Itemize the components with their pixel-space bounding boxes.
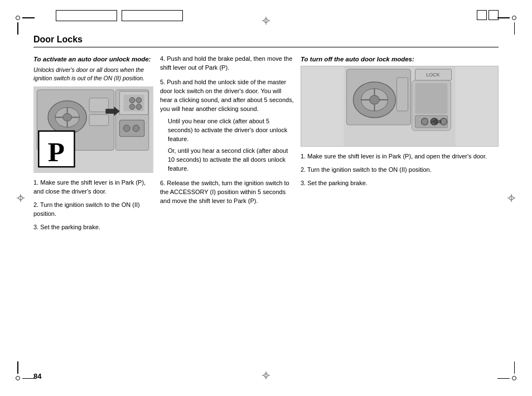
right-col-title: To turn off the auto door lock modes: <box>301 55 499 64</box>
svg-rect-10 <box>89 115 109 126</box>
left-col-title: To activate an auto door unlock mode: <box>33 55 153 64</box>
crosshair-top <box>262 17 270 25</box>
right-step-3: 3. Set the parking brake. <box>301 179 499 188</box>
center-step-5b: Or, until you hear a second click (after… <box>168 147 294 173</box>
left-col-subtitle: Unlocks driver's door or all doors when … <box>33 66 153 82</box>
right-illustration: LOCK <box>301 66 498 147</box>
svg-point-19 <box>129 98 135 103</box>
svg-text:LOCK: LOCK <box>426 72 440 78</box>
right-step-2: 2. Turn the ignition switch to the ON (I… <box>301 166 499 175</box>
right-image-box: LOCK <box>301 66 499 147</box>
page: Door Locks To activate an auto door unlo… <box>0 0 532 396</box>
left-image-box: P <box>33 86 153 173</box>
right-steps: 1. Make sure the shift lever is in Park … <box>301 152 499 188</box>
svg-rect-32 <box>397 78 408 111</box>
corner-mark-tl <box>16 16 26 26</box>
svg-point-27 <box>370 95 380 104</box>
svg-point-4 <box>63 114 72 122</box>
center-steps: 4. Push and hold the brake pedal, then m… <box>160 55 294 206</box>
center-step-5a: Until you hear one click (after about 5 … <box>168 117 294 144</box>
center-column: 4. Push and hold the brake pedal, then m… <box>160 55 294 365</box>
left-column: To activate an auto door unlock mode: Un… <box>33 55 153 365</box>
svg-point-20 <box>136 98 142 103</box>
svg-text:P: P <box>48 137 65 168</box>
svg-rect-34 <box>415 83 448 114</box>
svg-point-13 <box>123 125 130 132</box>
header-square-1 <box>477 10 487 20</box>
corner-mark-tr <box>506 16 516 26</box>
left-step-1: 1. Make sure the shift lever is in Park … <box>33 178 153 196</box>
left-step-3: 3. Set the parking brake. <box>33 223 153 232</box>
header-box-1 <box>56 10 117 21</box>
center-step-6: 6. Release the switch, turn the ignition… <box>160 179 294 206</box>
header-squares <box>477 10 499 20</box>
header-square-2 <box>489 10 499 20</box>
svg-point-21 <box>129 104 135 110</box>
center-step-4: 4. Push and hold the brake pedal, then m… <box>160 55 294 73</box>
right-column: To turn off the auto door lock modes: <box>301 55 499 365</box>
page-number: 84 <box>33 372 41 380</box>
crosshair-right <box>507 194 515 202</box>
header-boxes <box>56 10 183 21</box>
section-title-area: Door Locks <box>33 35 499 47</box>
left-step-2: 2. Turn the ignition switch to the ON (I… <box>33 201 153 219</box>
svg-point-14 <box>133 125 139 132</box>
main-content: To activate an auto door unlock mode: Un… <box>33 55 499 365</box>
page-title: Door Locks <box>33 35 499 47</box>
svg-point-22 <box>136 104 142 110</box>
left-steps: 1. Make sure the shift lever is in Park … <box>33 178 153 232</box>
header-box-2 <box>122 10 183 21</box>
dashboard-illustration: P <box>34 87 153 172</box>
center-step-5: 5. Push and hold the unlock side of the … <box>160 78 294 114</box>
crosshair-bottom <box>262 371 270 379</box>
crosshair-left <box>17 194 25 202</box>
svg-point-36 <box>422 118 428 125</box>
corner-mark-bl <box>16 370 26 380</box>
right-step-1: 1. Make sure the shift lever is in Park … <box>301 152 499 161</box>
corner-mark-br <box>506 370 516 380</box>
